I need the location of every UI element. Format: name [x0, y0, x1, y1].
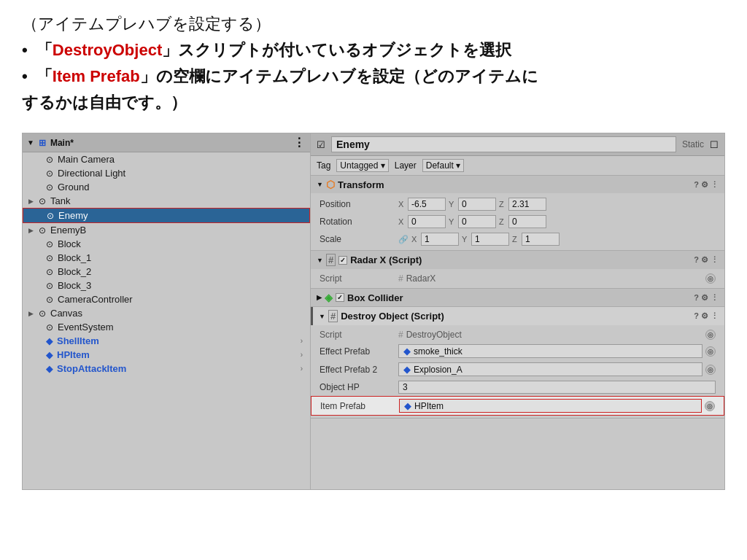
scale-y-group: Y 1 — [462, 233, 509, 246]
help-button[interactable]: ? ⚙ ⋮ — [694, 311, 719, 321]
hierarchy-menu-icon[interactable]: ⋮ — [293, 136, 306, 149]
transform-header[interactable]: ▼ ⬡ Transform ? ⚙ ⋮ — [311, 176, 724, 193]
radarx-header[interactable]: ▼ # ✓ Radar X (Script) ? ⚙ ⋮ — [311, 251, 724, 269]
tag-dropdown[interactable]: Untagged ▾ — [336, 159, 388, 172]
active-checkbox[interactable]: ☑ — [317, 139, 325, 150]
effect-prefab-field[interactable]: ◆ smoke_thick — [398, 344, 703, 358]
list-item-block2[interactable]: ⊙ Block_2 — [23, 265, 310, 279]
inspector-scroll[interactable]: ▼ ⬡ Transform ? ⚙ ⋮ Position X -6.5 — [311, 176, 724, 489]
prefab-icon: ◆ — [403, 346, 411, 357]
instruction-line2: • 「DestroyObject」スクリプトが付いているオブジェクトを選択 — [22, 39, 725, 61]
scale-label: Scale — [320, 234, 392, 244]
static-label: Static — [682, 139, 704, 149]
object-picker-button[interactable]: ◎ — [705, 365, 716, 375]
rotation-y-input[interactable]: 0 — [458, 215, 496, 228]
object-name-field[interactable]: Enemy — [331, 136, 676, 152]
object-hp-field[interactable]: 3 — [398, 381, 716, 394]
prefab-icon: ◆ — [46, 364, 53, 374]
list-item-camera-controller[interactable]: ⊙ CameraController — [23, 292, 310, 306]
item-label: ShellItem — [57, 335, 99, 346]
collapse-arrow-icon: ▼ — [317, 181, 323, 188]
transform-title: Transform — [338, 179, 384, 190]
boxcollider-header[interactable]: ▶ ◈ ✓ Box Collider ? ⚙ ⋮ — [311, 289, 724, 306]
transform-component: ▼ ⬡ Transform ? ⚙ ⋮ Position X -6.5 — [311, 176, 724, 251]
layer-dropdown[interactable]: Default ▾ — [422, 159, 464, 172]
radarx-script-row: Script # RadarX ◎ — [311, 271, 724, 286]
object-hp-row: Object HP 3 — [311, 378, 724, 396]
gameobject-icon: ⊙ — [39, 225, 46, 236]
component-enable-checkbox[interactable]: ✓ — [338, 256, 347, 265]
scale-x-group: X 1 — [411, 233, 459, 246]
gameobject-icon: ⊙ — [46, 168, 53, 179]
list-item-main-camera[interactable]: ⊙ Main Camera — [23, 152, 310, 166]
item-label: Block_3 — [58, 280, 91, 291]
scale-z-input[interactable]: 1 — [522, 233, 560, 246]
effect-prefab2-row: Effect Prefab 2 ◆ Explosion_A ◎ — [311, 360, 724, 378]
effect-prefab-label: Effect Prefab — [320, 346, 392, 357]
x-label: X — [398, 200, 406, 209]
gameobject-icon: ⊙ — [46, 281, 53, 291]
list-item-stopattackitem[interactable]: ◆ StopAttackItem › — [23, 362, 310, 376]
list-item-directional-light[interactable]: ⊙ Directional Light — [23, 166, 310, 180]
list-item-block3[interactable]: ⊙ Block_3 — [23, 279, 310, 292]
scale-y-input[interactable]: 1 — [471, 233, 509, 246]
object-picker-button[interactable]: ◎ — [705, 401, 715, 411]
object-picker-button[interactable]: ◎ — [705, 273, 716, 284]
list-item-enemy[interactable]: ⊙ Enemy — [23, 208, 310, 223]
list-item-eventsystem[interactable]: ⊙ EventSystem — [23, 320, 310, 334]
chevron-right-icon: › — [301, 337, 307, 345]
scale-row: Scale 🔗 X 1 Y 1 Z — [311, 230, 724, 248]
expand-icon — [28, 198, 39, 205]
list-item-hpitem[interactable]: ◆ HPItem › — [23, 348, 310, 362]
position-row: Position X -6.5 Y 0 Z — [311, 195, 724, 213]
item-label: EventSystem — [58, 322, 114, 332]
instruction-line3: • 「Item Prefab」の空欄にアイテムプレハブを設定（どのアイテムに — [22, 66, 725, 88]
position-y-input[interactable]: 0 — [458, 198, 496, 211]
component-enable-checkbox[interactable]: ✓ — [336, 293, 344, 302]
destroyobject-header[interactable]: ▼ # Destroy Object (Script) ? ⚙ ⋮ — [311, 307, 724, 325]
gameobject-icon: ⊙ — [46, 253, 53, 263]
item-label: Enemy — [58, 210, 88, 221]
radarx-component: ▼ # ✓ Radar X (Script) ? ⚙ ⋮ Script # Ra… — [311, 251, 724, 289]
y-label: Y — [449, 200, 456, 209]
y-label: Y — [462, 235, 469, 244]
help-button[interactable]: ? ⚙ ⋮ — [694, 255, 719, 265]
list-item-shellitem[interactable]: ◆ ShellItem › — [23, 334, 310, 348]
x-label: X — [398, 217, 406, 226]
item-prefab-row: Item Prefab ◆ HPItem ◎ — [311, 396, 724, 416]
rotation-values: X 0 Y 0 Z 0 — [398, 215, 716, 228]
help-button[interactable]: ? ⚙ ⋮ — [694, 293, 719, 303]
list-item-enemyb[interactable]: ⊙ EnemyB — [23, 223, 310, 237]
item-label: Main Camera — [58, 154, 115, 165]
help-button[interactable]: ? ⚙ ⋮ — [694, 180, 719, 190]
object-picker-button[interactable]: ◎ — [705, 330, 716, 340]
list-item-block[interactable]: ⊙ Block — [23, 237, 310, 251]
static-checkbox[interactable]: ☐ — [710, 139, 719, 150]
item-label: CameraController — [58, 294, 133, 305]
effect-prefab2-field[interactable]: ◆ Explosion_A — [398, 362, 703, 376]
item-label: Ground — [58, 182, 89, 192]
position-x-input[interactable]: -6.5 — [408, 198, 446, 211]
rotation-x-input[interactable]: 0 — [408, 215, 446, 228]
list-item-ground[interactable]: ⊙ Ground — [23, 180, 310, 194]
list-item-tank[interactable]: ⊙ Tank — [23, 194, 310, 208]
position-z-input[interactable]: 2.31 — [508, 198, 546, 211]
instruction-line4: するかは自由です。） — [22, 92, 725, 114]
scale-values: 🔗 X 1 Y 1 Z 1 — [398, 233, 716, 246]
scale-x-input[interactable]: 1 — [421, 233, 459, 246]
layer-label: Layer — [395, 160, 417, 171]
boxcollider-title: Box Collider — [347, 292, 403, 303]
prefab-icon: ◆ — [403, 364, 411, 375]
position-x-group: X -6.5 — [398, 198, 446, 211]
gameobject-icon: ⊙ — [47, 211, 54, 221]
item-prefab-field[interactable]: ◆ HPItem — [399, 399, 702, 413]
effect-prefab-value: ◆ smoke_thick ◎ — [398, 344, 716, 358]
hierarchy-panel: ▼ ⊞ Main* ⋮ ⊙ Main Camera ⊙ Directional … — [23, 133, 311, 489]
hierarchy-topbar: ▼ ⊞ Main* ⋮ — [23, 133, 310, 152]
rotation-z-input[interactable]: 0 — [508, 215, 546, 228]
list-item-block1[interactable]: ⊙ Block_1 — [23, 251, 310, 265]
list-item-canvas[interactable]: ⊙ Canvas — [23, 306, 310, 320]
gameobject-icon: ⊙ — [46, 182, 53, 192]
hierarchy-icon: ⊞ — [39, 138, 46, 148]
object-picker-button[interactable]: ◎ — [705, 346, 716, 357]
